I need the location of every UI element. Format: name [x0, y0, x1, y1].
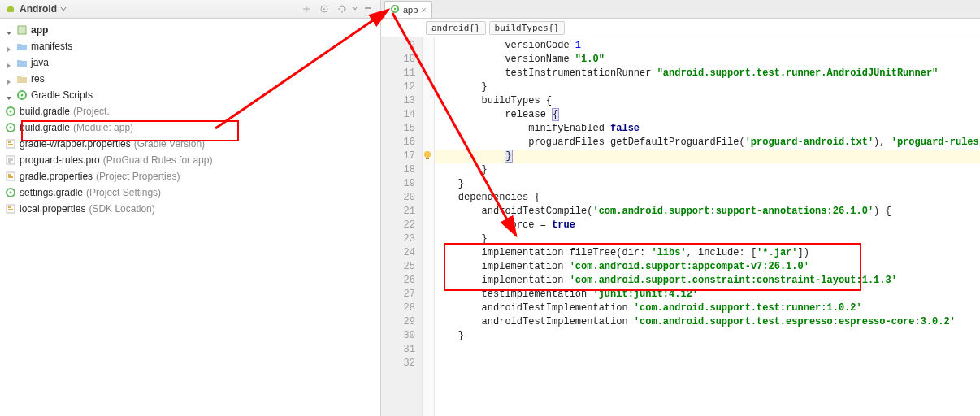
tree-node-res[interactable]: res — [0, 71, 380, 87]
tree-node-local-properties[interactable]: local.properties (SDK Location) — [0, 201, 380, 217]
tree-node-build-gradle-project[interactable]: build.gradle (Project. — [0, 103, 380, 119]
tree-note: (ProGuard Rules for app) — [103, 152, 213, 168]
tree-label: app — [31, 22, 48, 38]
svg-point-5 — [340, 6, 345, 11]
gradle-file-icon — [5, 122, 16, 133]
tree-node-gradle-wrapper[interactable]: gradle-wrapper.properties (Gradle Versio… — [0, 136, 380, 152]
tree-label: settings.gradle — [20, 184, 83, 201]
project-tool-window: Android app manifests java — [0, 0, 381, 416]
tree-note: (SDK Location) — [89, 201, 154, 217]
svg-rect-0 — [7, 7, 14, 12]
tree-node-settings-gradle[interactable]: settings.gradle (Project Settings) — [0, 184, 380, 201]
gradle-file-icon — [5, 106, 16, 117]
properties-file-icon — [5, 171, 16, 182]
svg-rect-25 — [8, 209, 13, 210]
tree-label: build.gradle — [20, 103, 70, 119]
tree-label: res — [31, 71, 45, 87]
expand-down-icon[interactable] — [5, 26, 13, 34]
svg-rect-19 — [8, 174, 11, 176]
svg-rect-20 — [8, 176, 13, 178]
svg-point-9 — [21, 94, 24, 97]
tree-node-manifests[interactable]: manifests — [0, 38, 380, 54]
tree-label: build.gradle — [20, 119, 70, 136]
svg-point-27 — [394, 8, 396, 10]
tree-label: manifests — [31, 38, 72, 54]
tree-label: gradle-wrapper.properties — [20, 136, 131, 152]
tree-node-gradle-properties[interactable]: gradle.properties (Project Properties) — [0, 168, 380, 184]
tree-label: Gradle Scripts — [31, 87, 93, 103]
svg-rect-15 — [8, 141, 11, 143]
project-view-selector[interactable]: Android — [20, 3, 57, 15]
locate-icon[interactable] — [317, 2, 332, 16]
hide-icon[interactable] — [361, 2, 375, 16]
project-tree[interactable]: app manifests java res Gradle Scripts — [0, 19, 380, 217]
gear-icon[interactable] — [335, 2, 349, 16]
expand-down-icon[interactable] — [5, 91, 13, 99]
chevron-down-icon — [60, 6, 67, 12]
tree-note: (Module: app) — [73, 119, 133, 136]
svg-point-28 — [424, 151, 431, 158]
svg-rect-24 — [8, 206, 11, 208]
expand-right-icon[interactable] — [5, 58, 13, 67]
breadcrumb-item[interactable]: buildTypes{} — [489, 21, 565, 35]
close-icon[interactable]: × — [421, 5, 426, 15]
properties-file-icon — [5, 138, 16, 150]
tree-node-proguard[interactable]: proguard-rules.pro (ProGuard Rules for a… — [0, 152, 380, 168]
gradle-file-icon — [390, 4, 400, 15]
line-number-gutter: 9101112131415161718192021222324252627282… — [381, 37, 423, 416]
editor-panel: app × android{} buildTypes{} 91011121314… — [381, 0, 980, 416]
project-toolbar: Android — [0, 0, 380, 19]
tree-note: (Project. — [73, 103, 110, 119]
tree-node-java[interactable]: java — [0, 54, 380, 71]
folder-icon — [16, 57, 28, 68]
breadcrumb-item[interactable]: android{} — [426, 21, 486, 35]
tree-note: (Project Properties) — [96, 168, 180, 184]
code-area[interactable]: versionCode 1 versionName "1.0" testInst… — [435, 37, 980, 416]
expand-right-icon[interactable] — [5, 75, 13, 83]
fold-column — [423, 37, 435, 416]
gradle-icon — [16, 89, 28, 101]
editor-breadcrumb: android{} buildTypes{} — [381, 19, 980, 37]
svg-rect-29 — [426, 158, 429, 159]
svg-point-11 — [10, 110, 12, 113]
folder-icon — [16, 41, 28, 52]
svg-point-13 — [10, 127, 12, 129]
properties-file-icon — [5, 203, 16, 214]
tree-label: local.properties — [20, 201, 85, 217]
module-icon — [16, 24, 28, 36]
editor-tabs: app × — [381, 0, 980, 19]
res-folder-icon — [16, 73, 28, 84]
editor-tab-app[interactable]: app × — [384, 1, 432, 18]
text-file-icon — [5, 154, 16, 166]
tree-label: proguard-rules.pro — [20, 152, 100, 168]
tree-label: java — [31, 54, 49, 71]
tree-label: gradle.properties — [20, 168, 93, 184]
code-editor[interactable]: 9101112131415161718192021222324252627282… — [381, 37, 980, 416]
svg-rect-16 — [8, 144, 13, 145]
chevron-down-icon — [353, 5, 358, 13]
expand-right-icon[interactable] — [5, 42, 13, 50]
tree-note: (Gradle Version) — [134, 136, 205, 152]
tree-node-app[interactable]: app — [0, 22, 380, 38]
android-icon — [5, 3, 16, 15]
intention-bulb-icon[interactable] — [422, 150, 433, 161]
tab-label: app — [403, 5, 418, 15]
collapse-all-icon[interactable] — [299, 2, 314, 16]
svg-point-4 — [323, 8, 325, 10]
tree-note: (Project Settings) — [86, 184, 161, 201]
gradle-file-icon — [5, 187, 16, 198]
tree-node-gradle-scripts[interactable]: Gradle Scripts — [0, 87, 380, 103]
svg-rect-7 — [18, 26, 26, 34]
tree-node-build-gradle-module[interactable]: build.gradle (Module: app) — [0, 119, 380, 136]
svg-rect-6 — [365, 7, 371, 9]
svg-point-22 — [10, 192, 12, 194]
